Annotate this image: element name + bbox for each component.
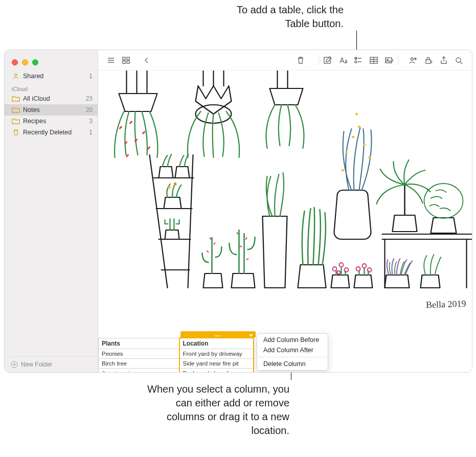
lock-icon: [424, 56, 433, 64]
sidebar-item-label: All iCloud: [23, 95, 50, 102]
note-table-container: Plants Location Peonies Front yard by dr…: [98, 331, 254, 372]
svg-point-20: [352, 136, 354, 139]
share-icon: [439, 56, 448, 64]
svg-point-17: [168, 186, 170, 188]
column-handle[interactable]: [180, 331, 256, 337]
format-button[interactable]: [335, 54, 351, 67]
svg-rect-4: [123, 61, 125, 63]
back-button[interactable]: [139, 54, 154, 67]
sidebar-item-label: Recently Deleted: [23, 129, 72, 136]
svg-rect-5: [127, 61, 129, 63]
grid-icon: [122, 56, 131, 64]
svg-point-8: [355, 61, 357, 63]
svg-point-25: [355, 113, 358, 116]
new-folder-button[interactable]: New Folder: [5, 356, 98, 372]
note-table[interactable]: Plants Location Peonies Front yard by dr…: [98, 337, 254, 372]
svg-point-28: [339, 263, 344, 267]
callout-bottom: When you select a column, you can either…: [136, 382, 289, 438]
folder-icon: [12, 118, 20, 125]
main-area: Bella 2019 Plants Location Peonies Front…: [98, 50, 472, 372]
sidebar-section-icloud: iCloud: [5, 82, 98, 93]
checklist-button[interactable]: [351, 54, 366, 67]
svg-point-27: [333, 267, 337, 271]
svg-point-22: [363, 144, 366, 146]
folder-icon: [12, 106, 20, 113]
sidebar-item-count: 23: [86, 95, 93, 102]
menu-item-add-column-before[interactable]: Add Column Before: [257, 335, 328, 345]
table-cell[interactable]: Side yard near fire pit: [179, 359, 254, 369]
table-cell[interactable]: Back yard along fence: [179, 369, 254, 373]
table-cell[interactable]: Peonies: [99, 349, 179, 359]
svg-point-19: [345, 151, 348, 154]
svg-point-30: [337, 271, 341, 274]
menu-item-delete-column[interactable]: Delete Column: [257, 359, 328, 369]
window-controls: [5, 50, 98, 71]
callout-top: To add a table, click the Table button.: [215, 3, 344, 31]
sidebar-item-all-icloud[interactable]: All iCloud 23: [5, 93, 98, 104]
chevron-left-icon: [142, 56, 151, 64]
table-button[interactable]: [366, 54, 381, 67]
lock-button[interactable]: [421, 54, 436, 67]
checklist-icon: [354, 56, 363, 64]
plants-illustration: [98, 71, 472, 311]
person-icon: [12, 73, 20, 80]
new-note-button[interactable]: [320, 54, 335, 67]
sidebar-item-count: 3: [89, 118, 93, 125]
svg-rect-3: [127, 57, 129, 60]
context-menu: Add Column Before Add Column After Delet…: [257, 333, 328, 371]
toolbar: [98, 50, 472, 71]
sidebar-item-count: 1: [89, 129, 93, 136]
collaborate-button[interactable]: [405, 54, 421, 67]
table-cell[interactable]: Birch tree: [99, 359, 179, 369]
sidebar-item-recently-deleted[interactable]: Recently Deleted 1: [5, 127, 98, 138]
svg-point-26: [424, 184, 463, 218]
drawing: [98, 71, 472, 311]
sidebar-item-count: 1: [89, 73, 93, 80]
media-button[interactable]: [381, 54, 397, 67]
table-icon: [369, 56, 378, 64]
sidebar-item-label: Notes: [23, 106, 40, 113]
chevron-down-icon: [248, 332, 254, 339]
menu-item-add-column-after[interactable]: Add Column After: [257, 345, 328, 355]
table-cell[interactable]: Front yard by driveway: [179, 349, 254, 359]
sidebar-item-shared[interactable]: Shared 1: [5, 71, 98, 82]
svg-point-32: [362, 264, 367, 268]
sidebar: Shared 1 iCloud All iCloud 23 Notes 20 R…: [5, 50, 98, 372]
list-icon: [106, 56, 116, 64]
trash-icon: [12, 129, 20, 136]
table-header[interactable]: Location: [179, 338, 254, 349]
compose-icon: [323, 56, 332, 64]
svg-point-12: [411, 58, 414, 60]
svg-rect-2: [123, 57, 125, 60]
text-format-icon: [338, 56, 348, 64]
trash-icon: [296, 56, 305, 64]
close-window-button[interactable]: [12, 59, 18, 65]
person-add-icon: [409, 56, 418, 64]
sidebar-item-label: Shared: [23, 73, 43, 80]
svg-rect-10: [386, 58, 392, 63]
minimize-window-button[interactable]: [22, 59, 28, 65]
drag-dots-icon: [215, 331, 221, 338]
sidebar-item-label: Recipes: [23, 118, 46, 125]
table-cell[interactable]: Jasmine vines: [99, 369, 179, 373]
gallery-view-button[interactable]: [119, 54, 134, 67]
sidebar-item-recipes[interactable]: Recipes 3: [5, 116, 98, 127]
app-window: Shared 1 iCloud All iCloud 23 Notes 20 R…: [4, 50, 472, 373]
new-folder-label: New Folder: [21, 361, 52, 368]
note-content[interactable]: Bella 2019 Plants Location Peonies Front…: [98, 71, 472, 372]
svg-point-0: [15, 74, 17, 76]
table-header[interactable]: Plants: [99, 338, 179, 349]
sidebar-item-notes[interactable]: Notes 20: [5, 104, 98, 116]
svg-rect-14: [426, 60, 430, 63]
delete-note-button[interactable]: [293, 54, 308, 67]
callout-line: [356, 31, 357, 50]
plus-circle-icon: [11, 361, 18, 368]
list-view-button[interactable]: [103, 54, 119, 67]
svg-point-21: [358, 126, 360, 128]
svg-point-24: [368, 156, 371, 159]
menu-separator: [257, 357, 328, 357]
search-button[interactable]: [451, 54, 467, 67]
svg-point-15: [456, 58, 461, 62]
zoom-window-button[interactable]: [32, 59, 38, 65]
share-button[interactable]: [436, 54, 451, 67]
